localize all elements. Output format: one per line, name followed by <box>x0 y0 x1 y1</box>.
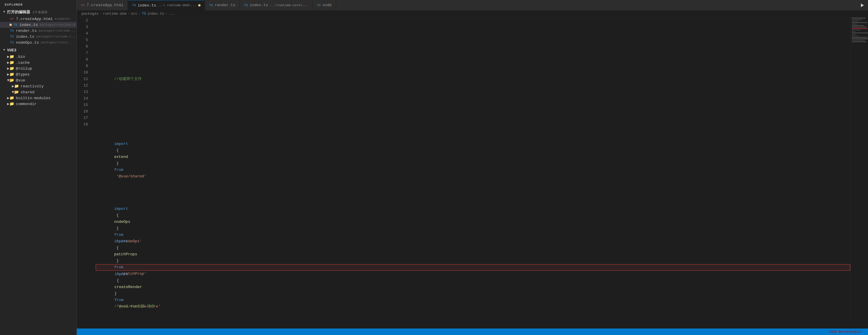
code-token: //vue3 dom全部 操作 <box>114 304 155 308</box>
folder-bin[interactable]: ▶ 📁 .bin <box>0 54 76 60</box>
html-file-icon: <> <box>9 16 14 21</box>
line-num-15: 15 <box>77 102 88 108</box>
breadcrumb: packages › runtime-dom › src › TS index.… <box>77 11 868 18</box>
code-line-9: import { createRender } from '@vue/runti… <box>96 264 850 271</box>
line-num-4: 4 <box>77 30 88 37</box>
line-num-11: 11 <box>77 76 88 82</box>
file-item-createapp-html[interactable]: <> 7.createApp.html examples <box>0 16 76 22</box>
breadcrumb-indexts[interactable]: index.ts <box>147 12 164 16</box>
cache-chevron: ▶ <box>7 60 9 65</box>
svg-marker-0 <box>861 4 864 7</box>
breadcrumb-runtime-dom[interactable]: runtime-dom <box>103 12 126 16</box>
file-path: examples <box>55 17 70 21</box>
code-token: } <box>114 226 121 231</box>
tab-render-ts[interactable]: TS render.ts <box>205 0 240 10</box>
file-path: packages\runtime-... <box>38 29 76 32</box>
open-editors-section[interactable]: ▼ 打开的编辑器 1个未保存 <box>0 8 76 16</box>
tab-label: index.ts <box>137 3 156 8</box>
folder-icon: 📁 <box>9 66 14 71</box>
folder-types[interactable]: ▶ 📁 @types <box>0 71 76 77</box>
minimap <box>850 18 868 323</box>
folder-shared[interactable]: ▼ 📂 shared <box>0 89 76 95</box>
code-line-10: //vue3 dom全部 操作 <box>96 297 850 303</box>
minimap-line <box>852 40 865 41</box>
code-line-5: import { extend } from '@vue/shared' <box>96 134 850 141</box>
line-num-8: 8 <box>77 56 88 63</box>
breadcrumb-src[interactable]: src <box>131 12 137 16</box>
shared-chevron: ▼ <box>12 90 14 95</box>
folder-commondir[interactable]: ▶ 📁 commondir <box>0 101 76 107</box>
minimap-line <box>852 24 857 25</box>
run-button[interactable] <box>857 0 868 10</box>
breadcrumb-sep: › <box>165 12 167 16</box>
file-item-nodeops-ts[interactable]: TS nodeOps.ts packages\runti... <box>0 39 76 45</box>
folder-name: @vue <box>16 78 25 82</box>
folder-icon: 📁 <box>14 84 19 89</box>
sidebar: EXPLORER ▼ 打开的编辑器 1个未保存 <> 7.createApp.h… <box>0 0 77 335</box>
code-area[interactable]: //创建两个文件 import { extend } from '@vue/sh… <box>91 18 850 323</box>
minimap-line <box>852 27 867 28</box>
minimap-line <box>852 25 864 26</box>
vue3-chevron: ▼ <box>2 48 6 53</box>
code-token: patchProps <box>114 252 137 257</box>
folder-rollup[interactable]: ▶ 📁 @rollup <box>0 66 76 71</box>
folder-icon: 📂 <box>14 90 19 95</box>
minimap-line <box>852 18 866 19</box>
minimap-line <box>852 37 867 38</box>
minimap-line-highlight <box>852 28 867 29</box>
folder-cache[interactable]: ▶ 📁 .cache <box>0 60 76 66</box>
folder-name: .cache <box>16 61 30 65</box>
tab-index-ts-core[interactable]: TS index.ts ...\runtime-core\... <box>240 0 313 10</box>
types-chevron: ▶ <box>7 72 9 77</box>
folder-builtin[interactable]: ▶ 📁 builtin-modules <box>0 95 76 101</box>
line-num-9: 9 <box>77 63 88 69</box>
tab-label: index.ts <box>250 3 268 7</box>
file-item-index-ts-core[interactable]: TS index.ts packages\runtime-c... <box>0 34 76 39</box>
folder-vue[interactable]: ▼ 📂 @vue <box>0 77 76 83</box>
code-token: '@vue/shared' <box>114 174 146 178</box>
code-token: } <box>114 161 121 166</box>
file-item-render-ts[interactable]: TS render.ts packages\runtime-... <box>0 28 76 34</box>
folder-icon: 📁 <box>9 54 14 59</box>
tab-ts-icon: TS <box>209 4 213 7</box>
code-token: //创建两个文件 <box>114 77 142 81</box>
folder-icon: 📁 <box>9 72 14 77</box>
minimap-line <box>852 22 867 23</box>
rollup-chevron: ▶ <box>7 66 9 71</box>
csdn-badge: CSDN @youyoenglai <box>829 330 862 334</box>
open-editors-label: 打开的编辑器 <box>7 9 30 15</box>
ts-file-icon: TS <box>9 40 14 45</box>
folder-name: @rollup <box>16 66 32 71</box>
tab-createapp-html[interactable]: <> 7.createApp.html <box>77 0 128 10</box>
folder-name: shared <box>21 90 35 95</box>
tab-path: ...\ runtime-dom\... <box>157 4 196 7</box>
tab-node[interactable]: TS node <box>313 0 336 10</box>
tab-label: node <box>322 3 332 7</box>
file-item-index-ts-dom[interactable]: TS index.ts packages\runtime-d... <box>0 22 76 28</box>
line-num-16: 16 <box>77 108 88 115</box>
code-token: import <box>114 142 128 146</box>
minimap-line <box>852 21 859 22</box>
tab-index-ts-dom[interactable]: TS index.ts ...\ runtime-dom\... <box>128 0 205 10</box>
breadcrumb-packages[interactable]: packages <box>82 12 99 16</box>
folder-icon: 📂 <box>9 78 14 82</box>
code-token: } <box>114 291 119 296</box>
bin-chevron: ▶ <box>7 54 9 59</box>
code-line-6 <box>96 167 850 173</box>
vue3-label: VUE3 <box>7 48 16 53</box>
folder-reactivity[interactable]: ▶ 📁 reactivity <box>0 83 76 89</box>
explorer-title: EXPLORER <box>0 0 76 8</box>
code-token: nodeOps <box>114 220 130 224</box>
code-token: import <box>114 239 128 243</box>
tab-path: ...\runtime-core\... <box>269 4 308 7</box>
editor-body[interactable]: 2 3 4 5 6 7 8 9 10 11 12 13 14 15 16 17 … <box>77 18 868 329</box>
line-num-2: 2 <box>77 18 88 24</box>
minimap-line <box>852 38 868 39</box>
file-path: packages\runtime-d... <box>39 23 76 27</box>
code-token: createRender <box>114 285 142 289</box>
line-num-18: 18 <box>77 121 88 128</box>
folder-name: @types <box>16 72 30 77</box>
vue3-section[interactable]: ▼ VUE3 <box>0 47 76 54</box>
code-line-8: import { patchProps } from './patchProp' <box>96 232 850 238</box>
folder-icon: 📁 <box>9 96 14 100</box>
